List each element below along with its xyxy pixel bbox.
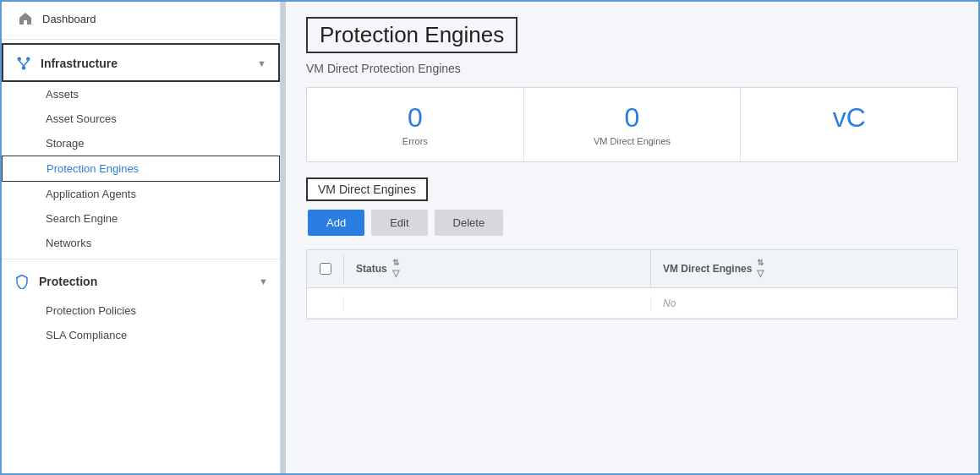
application-agents-label: Application Agents: [46, 188, 136, 200]
vm-direct-sort-filter[interactable]: ⇅ ▽: [757, 259, 764, 279]
action-bar: Add Edit Delete: [306, 210, 958, 236]
protection-engines-nav-label: Protection Engines: [47, 162, 139, 175]
edit-button[interactable]: Edit: [371, 210, 427, 236]
sidebar-item-search-engine[interactable]: Search Engine: [2, 206, 280, 231]
table-row: No: [307, 288, 957, 319]
td-vm-direct-engines: No: [651, 291, 957, 316]
th-checkbox: [307, 254, 344, 283]
stat-errors-value: 0: [408, 103, 423, 133]
status-sort-filter[interactable]: ⇅ ▽: [392, 259, 399, 279]
sidebar-divider-2: [2, 259, 280, 259]
sidebar-item-protection-policies[interactable]: Protection Policies: [2, 298, 280, 323]
svg-point-0: [18, 57, 22, 62]
th-status-label: Status: [356, 263, 387, 275]
protection-icon: [14, 273, 30, 290]
storage-label: Storage: [46, 137, 85, 150]
sla-compliance-label: SLA Compliance: [46, 329, 127, 341]
sidebar-item-protection-engines[interactable]: Protection Engines: [2, 156, 280, 182]
sidebar: Dashboard Infrastructure ▼ Assets Asset …: [2, 2, 281, 473]
table-header-row: Status ⇅ ▽ VM Direct Engines ⇅ ▽: [307, 250, 957, 288]
protection-label: Protection: [39, 275, 97, 288]
home-icon: [17, 10, 34, 27]
sidebar-item-protection[interactable]: Protection ▼: [2, 263, 280, 298]
svg-line-3: [19, 61, 24, 66]
add-button[interactable]: Add: [308, 210, 364, 236]
infrastructure-label: Infrastructure: [41, 57, 118, 70]
svg-point-1: [26, 57, 30, 62]
status-sort-icon: ⇅: [392, 259, 399, 267]
delete-button[interactable]: Delete: [435, 210, 504, 236]
sidebar-item-application-agents[interactable]: Application Agents: [2, 182, 280, 206]
sidebar-item-sla-compliance[interactable]: SLA Compliance: [2, 323, 280, 347]
stat-vc: vC: [741, 88, 957, 161]
sidebar-item-infrastructure[interactable]: Infrastructure ▼: [2, 43, 280, 82]
sidebar-divider-1: [2, 39, 280, 40]
sidebar-item-dashboard[interactable]: Dashboard: [2, 2, 280, 35]
stat-vm-direct-label: VM Direct Engines: [594, 136, 671, 146]
stat-vm-direct: 0 VM Direct Engines: [524, 88, 742, 161]
page-title: Protection Engines: [320, 22, 504, 47]
vm-direct-sort-icon: ⇅: [757, 259, 764, 267]
protection-chevron: ▼: [259, 276, 268, 287]
vm-direct-filter-icon: ▽: [757, 268, 764, 279]
main-inner: Protection Engines VM Direct Protection …: [286, 2, 978, 473]
svg-point-2: [22, 66, 26, 70]
protection-policies-label: Protection Policies: [46, 304, 136, 317]
status-filter-icon: ▽: [392, 268, 399, 279]
td-checkbox: [307, 297, 344, 310]
sidebar-item-asset-sources[interactable]: Asset Sources: [2, 106, 280, 131]
vm-direct-engines-box: VM Direct Engines: [306, 177, 428, 201]
table-container: Status ⇅ ▽ VM Direct Engines ⇅ ▽: [306, 249, 958, 319]
th-vm-direct-engines-label: VM Direct Engines: [663, 263, 752, 275]
subtitle: VM Direct Protection Engines: [306, 62, 958, 75]
search-engine-label: Search Engine: [46, 212, 118, 225]
page-title-box: Protection Engines: [306, 17, 517, 53]
select-all-checkbox[interactable]: [320, 263, 331, 275]
vm-direct-engines-box-label: VM Direct Engines: [318, 183, 416, 196]
svg-line-4: [24, 61, 28, 66]
assets-label: Assets: [46, 88, 79, 101]
dashboard-label: Dashboard: [42, 13, 96, 25]
networks-label: Networks: [46, 237, 91, 249]
sidebar-item-storage[interactable]: Storage: [2, 131, 280, 156]
stat-vc-value: vC: [833, 103, 866, 133]
th-status: Status ⇅ ▽: [344, 250, 651, 287]
stats-row: 0 Errors 0 VM Direct Engines vC: [306, 87, 958, 162]
asset-sources-label: Asset Sources: [46, 112, 117, 125]
stat-errors-label: Errors: [402, 136, 428, 146]
sidebar-item-networks[interactable]: Networks: [2, 231, 280, 255]
main-content: Protection Engines VM Direct Protection …: [286, 2, 978, 473]
th-vm-direct-engines: VM Direct Engines ⇅ ▽: [651, 250, 957, 287]
stat-vm-direct-value: 0: [625, 103, 640, 133]
infrastructure-icon: [15, 55, 32, 72]
td-status: [344, 297, 651, 310]
stat-errors: 0 Errors: [307, 88, 524, 161]
sidebar-item-assets[interactable]: Assets: [2, 82, 280, 106]
infrastructure-chevron: ▼: [257, 58, 266, 68]
